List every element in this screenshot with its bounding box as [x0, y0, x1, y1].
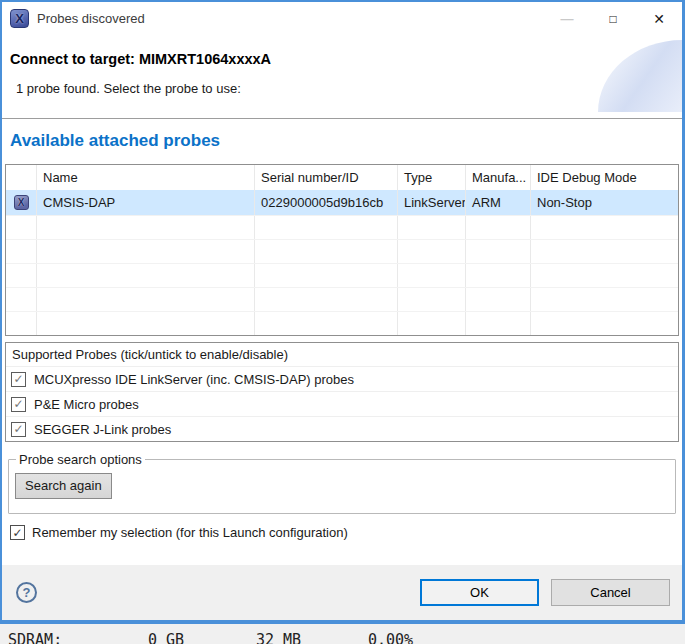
empty-cell	[6, 216, 37, 239]
supported-probes-label: Supported Probes (tick/untick to enable/…	[6, 343, 678, 366]
probe-cell-manufacturer: ARM	[466, 190, 531, 215]
sdram-total-value: 32 MB	[256, 631, 301, 644]
empty-cell	[531, 240, 678, 263]
linkserver-checkbox[interactable]: ✓	[11, 372, 26, 387]
remember-selection-label: Remember my selection (for this Launch c…	[32, 525, 348, 540]
col-serial[interactable]: Serial number/ID	[255, 165, 398, 190]
empty-cell	[398, 312, 466, 335]
sdram-label: SDRAM:	[8, 631, 62, 644]
probe-found-message: 1 probe found. Select the probe to use:	[16, 81, 241, 96]
probe-search-options-legend: Probe search options	[16, 452, 145, 467]
mcuxpresso-app-icon: X	[10, 9, 29, 28]
empty-cell	[466, 312, 531, 335]
empty-cell	[37, 288, 255, 311]
empty-cell	[37, 312, 255, 335]
sdram-used-value: 0 GB	[148, 631, 184, 644]
table-empty-rows	[6, 215, 678, 335]
col-manufacturer[interactable]: Manufa...	[466, 165, 531, 190]
empty-cell	[255, 312, 398, 335]
col-name[interactable]: Name	[37, 165, 255, 190]
sdram-percent-value: 0.00%	[368, 631, 413, 644]
remember-selection-checkbox[interactable]: ✓	[10, 525, 25, 540]
empty-cell	[6, 288, 37, 311]
col-ide-debug-mode[interactable]: IDE Debug Mode	[531, 165, 678, 190]
title-bar: X Probes discovered — □ ✕	[2, 2, 682, 35]
supported-probes-box: Supported Probes (tick/untick to enable/…	[5, 342, 679, 442]
pe-micro-checkbox[interactable]: ✓	[11, 397, 26, 412]
empty-cell	[6, 312, 37, 335]
col-icon[interactable]	[6, 165, 37, 190]
banner-decoration	[598, 40, 682, 112]
empty-cell	[398, 264, 466, 287]
probes-discovered-dialog: X Probes discovered — □ ✕ Connect to tar…	[0, 0, 685, 622]
empty-cell	[6, 240, 37, 263]
empty-cell	[398, 240, 466, 263]
window-title: Probes discovered	[37, 11, 145, 26]
empty-cell	[531, 216, 678, 239]
empty-cell	[6, 264, 37, 287]
minimize-icon[interactable]: —	[544, 2, 590, 35]
cancel-button[interactable]: Cancel	[551, 579, 670, 606]
probe-cell-icon: X	[6, 190, 37, 215]
table-empty-row[interactable]	[6, 311, 678, 335]
empty-cell	[255, 264, 398, 287]
probes-table: Name Serial number/ID Type Manufa... IDE…	[5, 164, 679, 336]
empty-cell	[531, 312, 678, 335]
empty-cell	[466, 216, 531, 239]
segger-jlink-checkbox[interactable]: ✓	[11, 422, 26, 437]
connect-target-title: Connect to target: MIMXRT1064xxxxA	[10, 51, 271, 67]
table-row-cmsis-dap[interactable]: X CMSIS-DAP 0229000005d9b16cb LinkServer…	[6, 190, 678, 215]
ok-button[interactable]: OK	[420, 579, 539, 606]
table-empty-row[interactable]	[6, 215, 678, 239]
close-icon[interactable]: ✕	[636, 2, 682, 35]
segger-jlink-label: SEGGER J-Link probes	[34, 422, 171, 437]
empty-cell	[255, 288, 398, 311]
empty-cell	[466, 264, 531, 287]
empty-cell	[37, 240, 255, 263]
option-segger-jlink-probes[interactable]: ✓ SEGGER J-Link probes	[6, 416, 678, 441]
table-empty-row[interactable]	[6, 287, 678, 311]
empty-cell	[398, 288, 466, 311]
window-controls: — □ ✕	[544, 2, 682, 35]
empty-cell	[37, 264, 255, 287]
col-type[interactable]: Type	[398, 165, 466, 190]
table-empty-row[interactable]	[6, 239, 678, 263]
probe-x-icon: X	[14, 195, 29, 210]
empty-cell	[466, 240, 531, 263]
probe-cell-ide-debug-mode: Non-Stop	[531, 190, 678, 215]
option-linkserver-probes[interactable]: ✓ MCUXpresso IDE LinkServer (inc. CMSIS-…	[6, 366, 678, 391]
empty-cell	[466, 288, 531, 311]
option-pe-micro-probes[interactable]: ✓ P&E Micro probes	[6, 391, 678, 416]
empty-cell	[255, 240, 398, 263]
available-probes-heading: Available attached probes	[2, 119, 682, 161]
search-again-button[interactable]: Search again	[15, 473, 112, 499]
background-memory-status-strip: SDRAM: 0 GB 32 MB 0.00%	[0, 622, 685, 644]
probe-search-options-group: Probe search options Search again	[8, 452, 676, 514]
dialog-header: Connect to target: MIMXRT1064xxxxA 1 pro…	[2, 35, 682, 119]
maximize-icon[interactable]: □	[590, 2, 636, 35]
probe-cell-name: CMSIS-DAP	[37, 190, 255, 215]
pe-micro-label: P&E Micro probes	[34, 397, 139, 412]
empty-cell	[37, 216, 255, 239]
table-empty-row[interactable]	[6, 263, 678, 287]
table-header-row: Name Serial number/ID Type Manufa... IDE…	[6, 165, 678, 190]
probe-cell-serial: 0229000005d9b16cb	[255, 190, 398, 215]
remember-selection-row[interactable]: ✓ Remember my selection (for this Launch…	[2, 525, 682, 540]
empty-cell	[531, 288, 678, 311]
linkserver-label: MCUXpresso IDE LinkServer (inc. CMSIS-DA…	[34, 372, 354, 387]
empty-cell	[531, 264, 678, 287]
empty-cell	[398, 216, 466, 239]
button-bar: ? OK Cancel	[2, 565, 682, 620]
help-icon[interactable]: ?	[16, 582, 37, 603]
empty-cell	[255, 216, 398, 239]
probe-cell-type: LinkServer	[398, 190, 466, 215]
